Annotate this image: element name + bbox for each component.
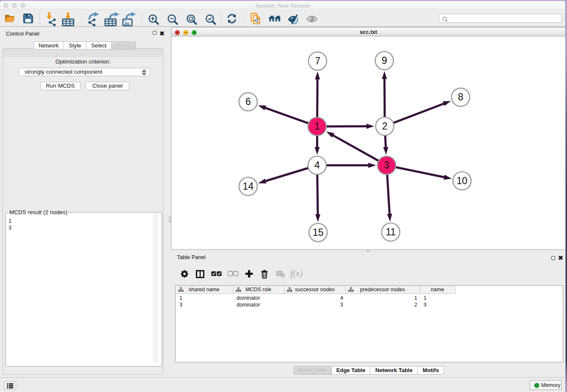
svg-text:14: 14	[243, 181, 254, 192]
svg-text:2: 2	[382, 121, 388, 132]
svg-text:11: 11	[385, 226, 396, 237]
svg-text:9: 9	[382, 55, 387, 66]
svg-text:3: 3	[384, 160, 389, 171]
svg-text:8: 8	[458, 91, 463, 102]
svg-text:1: 1	[314, 121, 320, 132]
svg-text:6: 6	[245, 96, 251, 107]
svg-text:4: 4	[314, 160, 320, 171]
svg-text:7: 7	[315, 55, 320, 66]
svg-text:10: 10	[457, 175, 468, 186]
svg-text:15: 15	[313, 227, 324, 238]
